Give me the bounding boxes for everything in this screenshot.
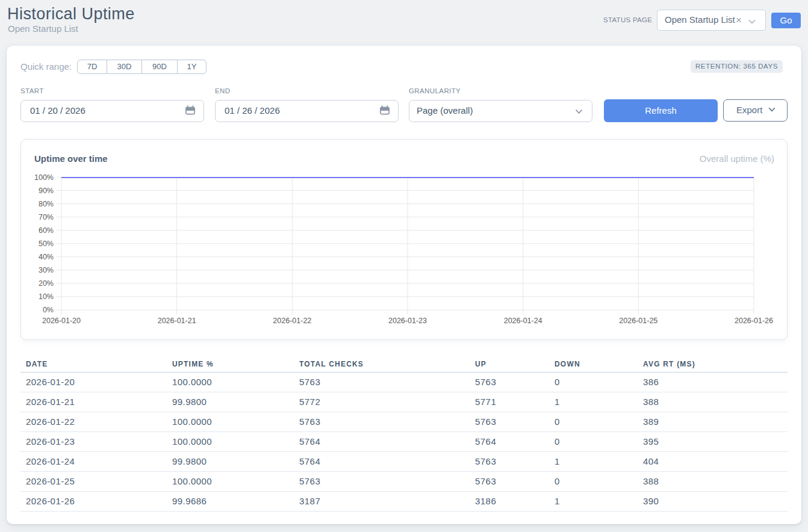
svg-text:2026-01-21: 2026-01-21 [158, 317, 196, 325]
svg-text:2026-01-23: 2026-01-23 [388, 317, 427, 325]
svg-text:2026-01-26: 2026-01-26 [735, 317, 773, 325]
svg-text:20%: 20% [39, 279, 54, 288]
svg-text:2026-01-25: 2026-01-25 [619, 317, 657, 325]
svg-text:2026-01-24: 2026-01-24 [504, 317, 542, 325]
svg-text:70%: 70% [39, 213, 54, 221]
svg-text:50%: 50% [39, 240, 54, 248]
svg-text:0%: 0% [43, 306, 54, 314]
svg-text:40%: 40% [39, 253, 54, 261]
svg-text:60%: 60% [39, 226, 54, 235]
svg-text:10%: 10% [39, 292, 54, 301]
svg-text:2026-01-20: 2026-01-20 [42, 317, 81, 325]
svg-text:90%: 90% [39, 187, 54, 195]
svg-text:2026-01-22: 2026-01-22 [273, 317, 311, 325]
svg-text:100%: 100% [34, 173, 54, 182]
svg-text:80%: 80% [39, 200, 54, 208]
svg-text:30%: 30% [39, 266, 54, 274]
